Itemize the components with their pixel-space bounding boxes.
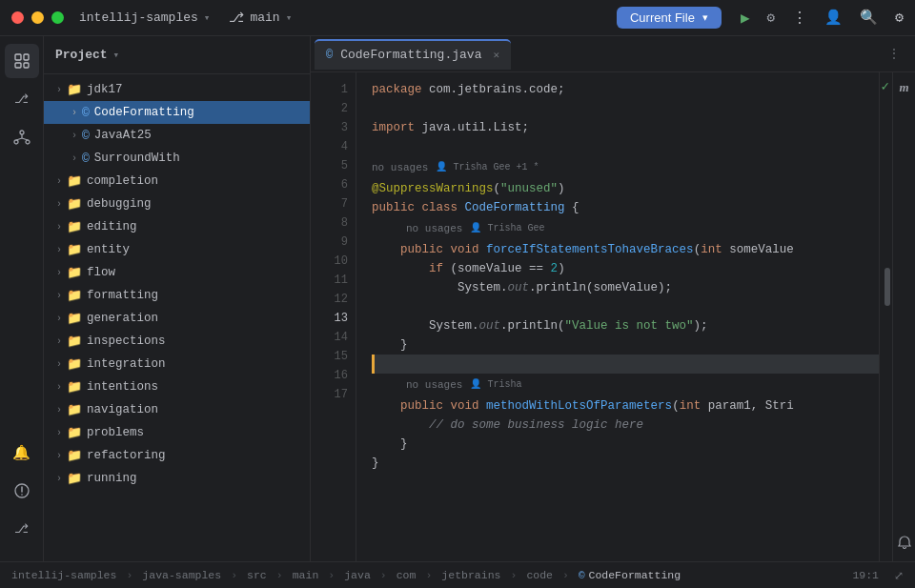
chevron-right-icon: › (51, 314, 67, 324)
sidebar-item-surroundwith[interactable]: › © SurroundWith (44, 147, 310, 170)
profile-icon[interactable]: 👤 (824, 9, 843, 27)
meta-line-3: no usages 👤 Trisha (372, 374, 879, 396)
folder-icon: 📁 (67, 311, 82, 326)
code-breadcrumb[interactable]: code (526, 569, 553, 581)
structure-icon[interactable] (5, 120, 39, 154)
chevron-right-icon: › (51, 336, 67, 347)
folder-icon: 📁 (67, 334, 82, 349)
meta-line-2: no usages 👤 Trisha Gee (372, 217, 879, 240)
chevron-right-icon: › (51, 474, 67, 484)
com-breadcrumb[interactable]: com (396, 569, 417, 581)
debug-icon[interactable]: ⚙ (767, 10, 775, 26)
tab-close-icon[interactable]: ✕ (493, 49, 499, 61)
project-name[interactable]: intellij-samples ▾ (79, 10, 210, 25)
java-icon: © (82, 106, 90, 120)
code-line-6: public class CodeFormatting { (372, 198, 879, 217)
svg-point-6 (26, 140, 30, 144)
git-branch-icon[interactable]: ⎇ (5, 512, 39, 546)
chevron-right-icon: › (51, 405, 67, 416)
project-explorer-icon[interactable] (5, 44, 39, 78)
meta-line-1: no usages 👤 Trisha Gee +1 * (372, 156, 879, 179)
sidebar-item-jdk17[interactable]: › 📁 jdk17 (44, 78, 310, 101)
sidebar-item-completion[interactable]: › 📁 completion (44, 170, 310, 193)
sidebar-item-navigation[interactable]: › 📁 navigation (44, 398, 310, 421)
folder-icon: 📁 (67, 425, 82, 440)
chevron-right-icon: › (51, 451, 67, 461)
run-icon[interactable]: ▶ (741, 9, 750, 28)
code-line-13 (372, 355, 879, 374)
titlebar-action-icons: ▶ ⚙ ⋮ 👤 🔍 ⚙ (741, 9, 904, 28)
sidebar-item-running[interactable]: › 📁 running (44, 467, 310, 490)
sidebar-item-inspections[interactable]: › 📁 inspections (44, 330, 310, 353)
editor-tab-codeformatting[interactable]: © CodeFormatting.java ✕ (315, 39, 511, 70)
expand-icon[interactable]: ⤢ (894, 569, 904, 582)
notifications-badge-icon[interactable] (897, 535, 912, 554)
code-line-17: } (372, 454, 879, 473)
sidebar-item-problems[interactable]: › 📁 problems (44, 421, 310, 444)
chevron-right-icon: › (51, 268, 67, 278)
close-button[interactable] (11, 11, 24, 24)
settings-icon[interactable]: ⚙ (895, 9, 904, 27)
svg-rect-1 (15, 63, 21, 68)
code-line-10 (372, 297, 879, 316)
sidebar-item-editing[interactable]: › 📁 editing (44, 215, 310, 238)
tab-more-icon[interactable]: ⋮ (877, 47, 911, 61)
main-breadcrumb[interactable]: main (293, 569, 319, 581)
folder-icon: 📁 (67, 196, 82, 212)
code-line-4 (372, 137, 879, 156)
sidebar-item-generation[interactable]: › 📁 generation (44, 307, 310, 330)
sidebar-item-codeformatting[interactable]: › © CodeFormatting (44, 101, 310, 124)
maximize-button[interactable] (51, 11, 64, 24)
icon-bar: ⎇ 🔔 ⎇ (0, 36, 44, 561)
git-branch-icon: ⎇ (229, 10, 244, 26)
codeformatting-breadcrumb[interactable]: © CodeFormatting (579, 569, 681, 581)
problems-icon[interactable] (5, 474, 39, 508)
code-content[interactable]: package com.jetbrains.code; import java.… (356, 72, 879, 561)
code-line-1: package com.jetbrains.code; (372, 80, 879, 99)
code-line-2 (372, 99, 879, 118)
svg-rect-0 (15, 54, 21, 60)
editor-right-bar: m (892, 72, 915, 561)
git-branch[interactable]: ⎇ main ▾ (229, 10, 292, 26)
git-icon[interactable]: ⎇ (5, 82, 39, 116)
folder-icon: 📁 (67, 219, 82, 234)
sidebar: Project ▾ › 📁 jdk17 › © CodeFormatting ›… (44, 36, 311, 561)
sidebar-item-entity[interactable]: › 📁 entity (44, 238, 310, 261)
folder-icon: 📁 (67, 265, 82, 280)
statusbar: intellij-samples › java-samples › src › … (0, 561, 915, 588)
folder-icon: 📁 (67, 173, 82, 189)
intellij-samples-breadcrumb[interactable]: intellij-samples (11, 569, 116, 581)
more-icon[interactable]: ⋮ (792, 9, 807, 28)
minimize-button[interactable] (31, 11, 44, 24)
java-breadcrumb[interactable]: java (344, 569, 371, 581)
sidebar-item-intentions[interactable]: › 📁 intentions (44, 375, 310, 398)
chevron-right-icon: › (51, 291, 67, 301)
chevron-right-icon: › (51, 85, 67, 95)
tab-java-icon: © (326, 49, 333, 62)
sidebar-item-integration[interactable]: › 📁 integration (44, 353, 310, 375)
bookmarks-icon[interactable]: m (899, 80, 908, 95)
scrollbar-thumb[interactable] (884, 268, 890, 306)
java-samples-breadcrumb[interactable]: java-samples (142, 569, 221, 581)
svg-point-8 (21, 494, 23, 496)
sidebar-header: Project ▾ (44, 36, 310, 74)
chevron-right-icon: › (51, 176, 67, 187)
java-icon: © (82, 152, 90, 166)
line-numbers: 1 2 3 4 5 6 7 8 9 10 11 12 13 14 15 16 1… (311, 72, 356, 561)
jetbrains-breadcrumb[interactable]: jetbrains (441, 569, 500, 581)
sidebar-item-refactoring[interactable]: › 📁 refactoring (44, 444, 310, 467)
current-file-button[interactable]: Current File ▾ (617, 7, 722, 29)
chevron-down-icon: ▾ (204, 11, 211, 24)
formatting-label: formatting (87, 289, 158, 302)
tab-label: CodeFormatting.java (340, 48, 481, 62)
code-line-14: public void methodWithLotsOfParameters(i… (372, 396, 879, 416)
src-breadcrumb[interactable]: src (247, 569, 267, 581)
sidebar-item-formatting[interactable]: › 📁 formatting (44, 284, 310, 307)
sidebar-item-flow[interactable]: › 📁 flow (44, 261, 310, 284)
search-icon[interactable]: 🔍 (860, 9, 878, 27)
notifications-icon[interactable]: 🔔 (5, 436, 39, 470)
sidebar-item-debugging[interactable]: › 📁 debugging (44, 193, 310, 215)
folder-icon: 📁 (67, 379, 82, 395)
breadcrumb-java-icon: © (579, 570, 585, 581)
sidebar-item-javaat25[interactable]: › © JavaAt25 (44, 124, 310, 147)
